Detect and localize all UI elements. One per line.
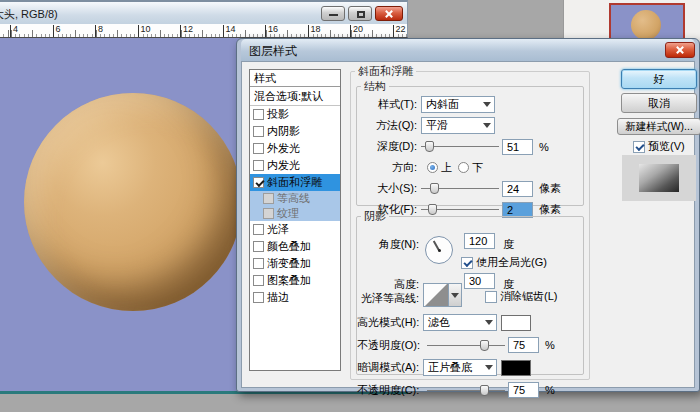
- highlight-opacity-slider[interactable]: [427, 340, 505, 351]
- ruler-number: 12: [181, 24, 193, 34]
- highlight-color-swatch[interactable]: [501, 315, 531, 331]
- chevron-down-icon: [483, 123, 491, 128]
- shadow-opacity-row: 不透明度(C): 75 %: [357, 382, 555, 398]
- highlight-mode-dropdown[interactable]: 滤色: [423, 314, 497, 331]
- app-root: 大头, RGB/8) 46810121416182022 图层样式 样式混合选项…: [0, 0, 700, 412]
- ruler-number: 22: [394, 24, 406, 34]
- gloss-contour-arrow-button[interactable]: [449, 283, 462, 307]
- restore-button[interactable]: [348, 6, 372, 21]
- global-light-checkbox[interactable]: [461, 257, 473, 269]
- global-light-row: 使用全局光(G): [461, 255, 547, 270]
- minimize-icon: [329, 14, 338, 16]
- style-label: 样式(T):: [357, 97, 417, 112]
- horizontal-ruler: 46810121416182022: [0, 24, 408, 38]
- close-window-button[interactable]: [375, 6, 403, 21]
- styles-list-item[interactable]: 内阴影: [250, 123, 340, 140]
- document-title: 大头, RGB/8): [0, 7, 58, 22]
- shading-legend: 阴影: [361, 209, 389, 224]
- direction-up-radio[interactable]: [427, 162, 438, 173]
- styles-list: 样式混合选项:默认投影内阴影外发光内发光斜面和浮雕等高线纹理光泽颜色叠加渐变叠加…: [249, 69, 341, 371]
- new-style-button[interactable]: 新建样式(W)...: [617, 118, 700, 135]
- size-slider[interactable]: [421, 183, 499, 194]
- shadow-opacity-unit: %: [545, 384, 555, 396]
- style-effect-checkbox[interactable]: [253, 109, 264, 120]
- styles-list-header[interactable]: 样式: [250, 70, 340, 87]
- dialog-close-button[interactable]: [665, 42, 695, 58]
- direction-down-radio[interactable]: [458, 162, 469, 173]
- ruler-number: 4: [11, 24, 18, 34]
- dialog-titlebar[interactable]: 图层样式: [241, 39, 695, 61]
- technique-dropdown[interactable]: 平滑: [421, 117, 495, 134]
- chevron-down-icon: [451, 293, 459, 298]
- angle-dial[interactable]: [425, 236, 453, 264]
- antialias-checkbox[interactable]: [485, 291, 497, 303]
- style-effect-checkbox[interactable]: [253, 224, 264, 235]
- depth-slider[interactable]: [421, 141, 499, 152]
- angle-input[interactable]: 120: [464, 233, 495, 249]
- depth-slider-knob[interactable]: [425, 141, 434, 152]
- styles-list-item[interactable]: 斜面和浮雕: [250, 174, 340, 191]
- style-effect-checkbox[interactable]: [253, 126, 264, 137]
- styles-list-item[interactable]: 外发光: [250, 140, 340, 157]
- style-effect-checkbox[interactable]: [263, 193, 274, 204]
- depth-input[interactable]: 51: [502, 139, 533, 155]
- highlight-opacity-label: 不透明度(O):: [357, 338, 419, 353]
- styles-item-blending-options[interactable]: 混合选项:默认: [250, 87, 340, 106]
- style-row: 样式(T): 内斜面: [357, 96, 583, 113]
- minimize-button[interactable]: [321, 6, 345, 21]
- chevron-down-icon: [483, 102, 491, 107]
- styles-list-item[interactable]: 投影: [250, 106, 340, 123]
- size-input[interactable]: 24: [502, 181, 533, 197]
- shadow-opacity-input[interactable]: 75: [508, 382, 539, 398]
- style-effect-checkbox[interactable]: [263, 208, 274, 219]
- style-effect-checkbox[interactable]: [253, 143, 264, 154]
- ruler-number: 8: [96, 24, 103, 34]
- style-effect-label: 等高线: [277, 191, 310, 206]
- shadow-opacity-slider[interactable]: [427, 385, 505, 396]
- structure-legend: 结构: [361, 79, 389, 94]
- ruler-number: 16: [266, 24, 278, 34]
- styles-list-item[interactable]: 等高线: [250, 191, 340, 206]
- styles-list-item[interactable]: 光泽: [250, 221, 340, 238]
- styles-list-item[interactable]: 渐变叠加: [250, 255, 340, 272]
- style-preview-box: [622, 155, 696, 201]
- style-effect-label: 投影: [267, 107, 289, 122]
- style-dropdown[interactable]: 内斜面: [421, 96, 495, 113]
- style-effect-checkbox[interactable]: [253, 241, 264, 252]
- highlight-opacity-unit: %: [545, 339, 555, 351]
- styles-list-item[interactable]: 图案叠加: [250, 272, 340, 289]
- angle-unit: 度: [503, 237, 514, 252]
- shadow-mode-value: 正片叠底: [424, 360, 485, 375]
- navigator-thumbnail[interactable]: [609, 3, 685, 41]
- style-effect-checkbox[interactable]: [253, 258, 264, 269]
- highlight-mode-row: 高光模式(H): 滤色: [357, 314, 531, 331]
- style-effect-checkbox[interactable]: [253, 177, 264, 188]
- highlight-opacity-input[interactable]: 75: [508, 337, 539, 353]
- preview-checkbox[interactable]: [633, 141, 645, 153]
- ok-button[interactable]: 好: [621, 69, 697, 89]
- style-effect-checkbox[interactable]: [253, 275, 264, 286]
- styles-list-item[interactable]: 描边: [250, 289, 340, 306]
- styles-list-item[interactable]: 颜色叠加: [250, 238, 340, 255]
- style-effect-label: 图案叠加: [267, 273, 311, 288]
- size-slider-knob[interactable]: [430, 183, 439, 194]
- shadow-mode-dropdown[interactable]: 正片叠底: [423, 359, 497, 376]
- style-effect-checkbox[interactable]: [253, 292, 264, 303]
- style-effect-checkbox[interactable]: [253, 160, 264, 171]
- styles-list-item[interactable]: 纹理: [250, 206, 340, 221]
- styles-list-item[interactable]: 内发光: [250, 157, 340, 174]
- style-effect-label: 描边: [267, 290, 289, 305]
- cancel-button[interactable]: 取消: [621, 93, 697, 113]
- shadow-color-swatch[interactable]: [501, 360, 531, 376]
- style-effect-label: 光泽: [267, 222, 289, 237]
- depth-label: 深度(D):: [357, 139, 417, 154]
- altitude-input[interactable]: 30: [464, 273, 495, 289]
- shadow-mode-label: 暗调模式(A):: [357, 360, 419, 375]
- dialog-title: 图层样式: [249, 43, 297, 60]
- shadow-opacity-knob[interactable]: [480, 385, 489, 396]
- layer-style-dialog: 图层样式 样式混合选项:默认投影内阴影外发光内发光斜面和浮雕等高线纹理光泽颜色叠…: [236, 38, 700, 392]
- gloss-contour-thumbnail[interactable]: [423, 283, 449, 307]
- gloss-contour-label: 光泽等高线:: [355, 291, 419, 306]
- style-effect-label: 颜色叠加: [267, 239, 311, 254]
- highlight-opacity-knob[interactable]: [480, 340, 489, 351]
